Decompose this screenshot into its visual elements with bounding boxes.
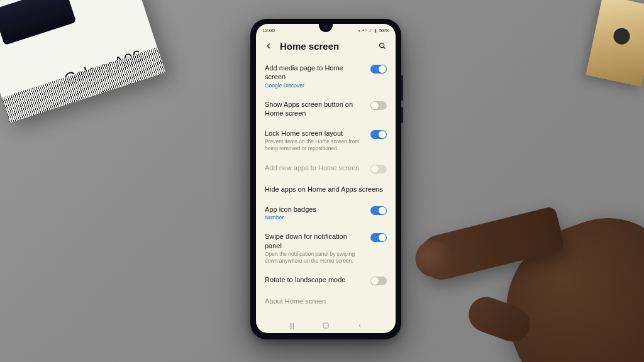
chevron-left-icon [264, 41, 273, 50]
back-nav-button[interactable] [355, 321, 364, 330]
signal-icons: ◂ ⁴ᴳ ⫽ ▮ [358, 28, 377, 33]
setting-title: Lock Home screen layout [265, 129, 365, 138]
toggle-show-apps-button[interactable] [370, 101, 387, 110]
back-button[interactable] [264, 41, 274, 51]
setting-about-home[interactable]: About Home screen [265, 291, 387, 305]
svg-line-1 [384, 47, 386, 49]
setting-title: App icon badges [265, 205, 365, 214]
settings-list[interactable]: Add media page to Home screen Google Dis… [256, 58, 396, 318]
header-bar: Home screen [256, 35, 396, 58]
phone-body: 12:00 ◂ ⁴ᴳ ⫽ ▮ 58% Home screen Add media… [250, 19, 401, 339]
svg-point-0 [380, 43, 384, 48]
setting-title: Add new apps to Home screen [265, 163, 365, 172]
setting-hide-apps[interactable]: Hide apps on Home and Apps screens [265, 179, 387, 199]
setting-sub: Prevent items on the Home screen from be… [265, 138, 365, 151]
product-box: SAMSUNG Galaxy A06 [0, 0, 165, 123]
toggle-app-icon-badges[interactable] [370, 206, 387, 215]
wood-block-prop [586, 0, 644, 87]
phone-screen: 12:00 ◂ ⁴ᴳ ⫽ ▮ 58% Home screen Add media… [256, 24, 396, 333]
setting-link: Number [265, 214, 365, 221]
status-right: ◂ ⁴ᴳ ⫽ ▮ 58% [358, 28, 389, 33]
setting-link: Google Discover [265, 82, 365, 89]
product-box-image [0, 0, 76, 45]
setting-title: About Home screen [265, 297, 387, 305]
hand [392, 161, 644, 362]
setting-swipe-down[interactable]: Swipe down for notification panel Open t… [265, 226, 387, 270]
chevron-left-icon [357, 322, 363, 329]
page-title: Home screen [280, 41, 370, 52]
setting-app-icon-badges[interactable]: App icon badges Number [265, 199, 387, 226]
setting-add-media-page[interactable]: Add media page to Home screen Google Dis… [265, 58, 387, 94]
volume-button [401, 75, 403, 101]
setting-title: Show Apps screen button on Home screen [265, 100, 365, 118]
battery-text: 58% [379, 28, 389, 33]
status-time: 12:00 [262, 28, 275, 33]
recents-button[interactable]: ||| [287, 321, 296, 330]
toggle-lock-layout[interactable] [370, 130, 387, 139]
barcode [2, 47, 165, 123]
search-button[interactable] [377, 40, 388, 52]
square-icon [322, 322, 330, 329]
setting-sub: Open the notification panel by swiping d… [265, 251, 365, 264]
recents-icon: ||| [289, 322, 294, 329]
setting-lock-layout[interactable]: Lock Home screen layout Prevent items on… [265, 123, 387, 158]
toggle-rotate-landscape[interactable] [370, 277, 387, 285]
toggle-add-media-page[interactable] [370, 65, 387, 74]
setting-title: Add media page to Home screen [265, 63, 365, 82]
setting-title: Rotate to landscape mode [265, 275, 365, 284]
power-button [401, 107, 403, 123]
setting-rotate-landscape[interactable]: Rotate to landscape mode [265, 270, 387, 291]
setting-title: Swipe down for notification panel [265, 232, 365, 250]
home-button[interactable] [321, 321, 330, 330]
toggle-add-new-apps [370, 165, 387, 173]
setting-title: Hide apps on Home and Apps screens [265, 185, 387, 194]
toggle-swipe-down[interactable] [370, 233, 387, 242]
svg-rect-2 [323, 323, 328, 328]
setting-show-apps-button[interactable]: Show Apps screen button on Home screen [265, 94, 387, 124]
setting-add-new-apps: Add new apps to Home screen [265, 158, 387, 179]
nav-bar: ||| [256, 318, 396, 333]
search-icon [378, 41, 387, 50]
